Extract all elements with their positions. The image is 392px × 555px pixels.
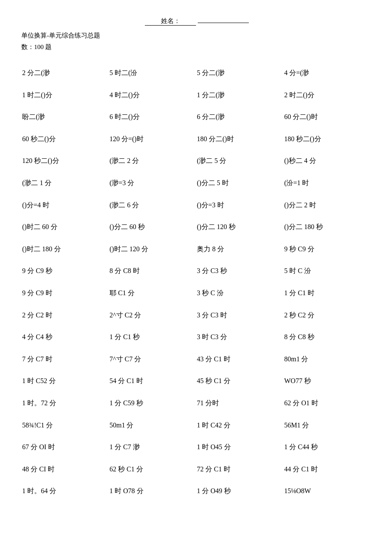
problem-cell: ()分二 180 秒 xyxy=(283,220,371,234)
problem-cell: 3 时 C3 分 xyxy=(196,330,283,344)
problem-cell: 耶 C1 分 xyxy=(109,286,196,300)
problem-cell: 2 分 C2 时 xyxy=(21,308,109,323)
problem-cell: 6 分二(渺 xyxy=(196,110,283,124)
problem-cell: 5 分二(渺 xyxy=(196,66,283,80)
problem-cell: ()时二 120 分 xyxy=(109,242,196,256)
problem-cell: ()分二 120 秒 xyxy=(196,220,283,234)
problem-cell: 48 分 CI 时 xyxy=(21,462,109,477)
problem-cell: 62 分 O1 时 xyxy=(283,396,371,410)
problem-cell: 80m1 分 xyxy=(283,352,371,366)
problem-cell: 盼二(渺 xyxy=(21,110,109,124)
problem-cell: 180 分二()时 xyxy=(196,132,283,146)
problem-cell: 1 时。72 分 xyxy=(21,396,109,410)
problem-cell: 9 分 C9 秒 xyxy=(21,264,109,278)
problem-cell: 8 分 C8 秒 xyxy=(283,330,371,344)
problem-cell: ()时二 60 分 xyxy=(21,220,109,234)
problem-cell: 120 秒二()分 xyxy=(21,154,109,168)
problem-cell: 1 时二()分 xyxy=(21,88,109,102)
name-line: 姓名： xyxy=(21,17,371,26)
problem-cell: 2 时二()分 xyxy=(283,88,371,102)
problem-cell: ()分二 60 秒 xyxy=(109,220,196,234)
problem-cell: 1 分 C44 秒 xyxy=(283,440,371,454)
problem-cell: 50m1 分 xyxy=(109,418,196,433)
problem-cell: 3 分 C3 时 xyxy=(196,308,283,323)
problem-cell: 60 分二()时 xyxy=(283,110,371,124)
problems-grid: 2 分二(渺5 时二(汾5 分二(渺4 分=(渺1 时二()分4 时二()分1 … xyxy=(21,66,371,498)
problem-cell: 44 分 C1 时 xyxy=(283,462,371,477)
problem-cell: ()分二 5 时 xyxy=(196,176,283,190)
problem-cell: 5 时二(汾 xyxy=(109,66,196,80)
problem-cell: ()分=3 时 xyxy=(196,198,283,212)
problem-cell: 15⅛O8W xyxy=(283,484,371,498)
problem-cell: 54 分 C1 时 xyxy=(109,374,196,388)
name-label: 姓名： xyxy=(145,17,196,26)
problem-cell: 5 时 C 汾 xyxy=(283,264,371,278)
problem-cell: 奥力 8 分 xyxy=(196,242,283,256)
problem-cell: 45 秒 C1 分 xyxy=(196,374,283,388)
problem-cell: 1 时 O45 分 xyxy=(196,440,283,454)
problem-cell: 56M1 分 xyxy=(283,418,371,433)
problem-cell: ()分=4 时 xyxy=(21,198,109,212)
problem-cell: 62 秒 C1 分 xyxy=(109,462,196,477)
problem-cell: 1 分 C59 秒 xyxy=(109,396,196,410)
problem-cell: 180 秒二()分 xyxy=(283,132,371,146)
problem-cell: (汾=1 时 xyxy=(283,176,371,190)
problem-cell: (渺=3 分 xyxy=(109,176,196,190)
problem-cell: 1 分二(渺 xyxy=(196,88,283,102)
problem-cell: 72 分 C1 时 xyxy=(196,462,283,477)
problem-cell: ()秒二 4 分 xyxy=(283,154,371,168)
problem-cell: 120 分=()时 xyxy=(109,132,196,146)
problem-cell: 4 分 C4 秒 xyxy=(21,330,109,344)
problem-cell: 1 分 C1 时 xyxy=(283,286,371,300)
problem-cell: 1 时 O78 分 xyxy=(109,484,196,498)
title-line1: 单位换算-单元综合练习总题 xyxy=(21,30,371,41)
problem-cell: 9 秒 C9 分 xyxy=(283,242,371,256)
problem-cell: 2^寸 C2 分 xyxy=(109,308,196,323)
problem-cell: (渺二 2 分 xyxy=(109,154,196,168)
title-section: 单位换算-单元综合练习总题 数：100 题 xyxy=(21,30,371,53)
problem-cell: 4 时二()分 xyxy=(109,88,196,102)
problem-cell: WO77 秒 xyxy=(283,374,371,388)
problem-cell: ()分二 2 时 xyxy=(283,198,371,212)
problem-cell: 8 分 C8 时 xyxy=(109,264,196,278)
problem-cell: 1 时 C52 分 xyxy=(21,374,109,388)
problem-cell: 1 分 C1 秒 xyxy=(109,330,196,344)
problem-cell: 7 分 C7 时 xyxy=(21,352,109,366)
problem-cell: 3 分 C3 秒 xyxy=(196,264,283,278)
problem-cell: 71 分时 xyxy=(196,396,283,410)
problem-cell: ()时二 180 分 xyxy=(21,242,109,256)
problem-cell: 1 分 C7 渺 xyxy=(109,440,196,454)
problem-cell: 58¾!C1 分 xyxy=(21,418,109,433)
problem-cell: 7^寸 C7 分 xyxy=(109,352,196,366)
problem-cell: 2 分二(渺 xyxy=(21,66,109,80)
problem-cell: 1 时 C42 分 xyxy=(196,418,283,433)
problem-cell: 6 时二()分 xyxy=(109,110,196,124)
problem-cell: 3 秒 C 汾 xyxy=(196,286,283,300)
problem-cell: 1 时。64 分 xyxy=(21,484,109,498)
problem-cell: (渺二 1 分 xyxy=(21,176,109,190)
name-underline xyxy=(198,23,249,23)
problem-cell: 1 分 O49 秒 xyxy=(196,484,283,498)
problem-cell: (渺二 5 分 xyxy=(196,154,283,168)
problem-cell: 9 分 C9 时 xyxy=(21,286,109,300)
problem-cell: (渺二 6 分 xyxy=(109,198,196,212)
title-line2: 数：100 题 xyxy=(21,41,371,53)
problem-cell: 60 秒二()分 xyxy=(21,132,109,146)
problem-cell: 2 秒 C2 分 xyxy=(283,308,371,323)
problem-cell: 4 分=(渺 xyxy=(283,66,371,80)
problem-cell: 43 分 C1 时 xyxy=(196,352,283,366)
problem-cell: 67 分 OI 时 xyxy=(21,440,109,454)
